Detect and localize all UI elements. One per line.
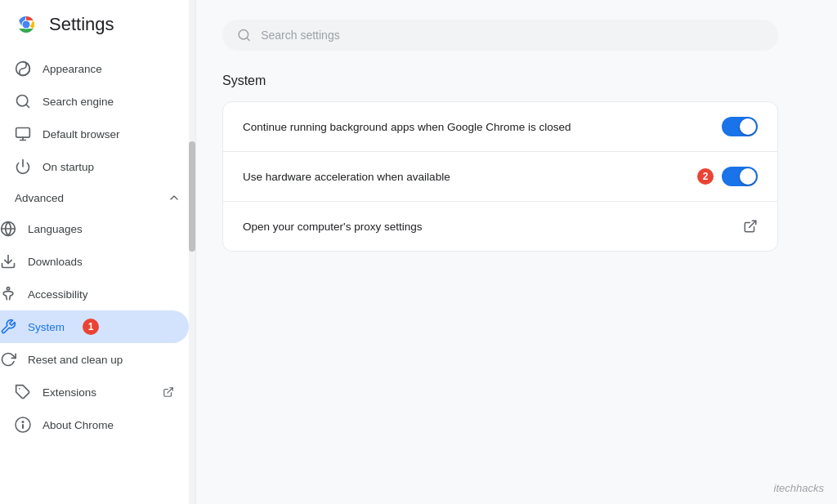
sidebar-item-about-chrome[interactable]: About Chrome bbox=[0, 408, 189, 441]
sidebar-item-reset[interactable]: Reset and clean up bbox=[0, 343, 189, 376]
wrench-icon bbox=[0, 319, 16, 335]
watermark: itechhacks bbox=[774, 482, 824, 494]
proxy-settings-label: Open your computer's proxy settings bbox=[243, 221, 730, 233]
sidebar-item-languages[interactable]: Languages bbox=[0, 212, 189, 245]
sidebar-item-extensions[interactable]: Extensions bbox=[0, 376, 189, 408]
sidebar-scrollbar-thumb[interactable] bbox=[189, 141, 195, 252]
sidebar-item-default-browser[interactable]: Default browser bbox=[0, 118, 189, 150]
search-input[interactable] bbox=[261, 29, 763, 42]
svg-line-5 bbox=[26, 105, 29, 108]
settings-row-proxy-settings[interactable]: Open your computer's proxy settings bbox=[223, 202, 777, 251]
globe-icon bbox=[0, 221, 16, 237]
search-engine-icon bbox=[15, 93, 31, 109]
about-chrome-icon bbox=[15, 417, 31, 433]
sidebar-item-accessibility-label: Accessibility bbox=[28, 288, 88, 301]
sidebar-item-downloads-label: Downloads bbox=[28, 256, 83, 268]
sidebar: Settings Appearance Search engine bbox=[0, 0, 196, 504]
proxy-external-link-icon bbox=[743, 219, 758, 234]
proxy-settings-control[interactable] bbox=[743, 219, 758, 234]
sidebar-item-about-chrome-label: About Chrome bbox=[43, 419, 114, 431]
hardware-acceleration-label: Use hardware acceleration when available bbox=[243, 171, 678, 183]
sidebar-item-downloads[interactable]: Downloads bbox=[0, 245, 189, 278]
chevron-up-icon bbox=[168, 191, 181, 204]
settings-card: Continue running background apps when Go… bbox=[222, 101, 778, 252]
main-content: System Continue running background apps … bbox=[196, 0, 837, 504]
svg-rect-18 bbox=[22, 424, 24, 429]
sidebar-item-accessibility[interactable]: Accessibility bbox=[0, 278, 189, 310]
sidebar-header: Settings bbox=[0, 0, 195, 49]
sidebar-item-languages-label: Languages bbox=[28, 223, 83, 235]
sidebar-navigation: Appearance Search engine Default browser bbox=[0, 49, 195, 504]
chrome-logo-icon bbox=[13, 11, 39, 38]
sidebar-scrollbar-track[interactable] bbox=[189, 0, 195, 504]
refresh-icon bbox=[0, 351, 16, 368]
sidebar-advanced-header[interactable]: Advanced bbox=[0, 183, 195, 212]
sidebar-title: Settings bbox=[49, 14, 114, 35]
system-badge: 1 bbox=[83, 319, 99, 335]
puzzle-icon bbox=[15, 384, 31, 400]
background-apps-toggle[interactable] bbox=[722, 117, 758, 136]
sidebar-item-search-engine-label: Search engine bbox=[43, 96, 114, 108]
sidebar-item-system-label: System bbox=[28, 321, 65, 333]
sidebar-item-search-engine[interactable]: Search engine bbox=[0, 85, 189, 118]
download-icon bbox=[0, 253, 16, 270]
svg-point-13 bbox=[7, 288, 9, 290]
hardware-acceleration-badge: 2 bbox=[697, 168, 714, 185]
sidebar-item-reset-label: Reset and clean up bbox=[28, 354, 123, 366]
monitor-icon bbox=[15, 126, 31, 142]
sidebar-item-default-browser-label: Default browser bbox=[43, 128, 120, 140]
background-apps-control bbox=[722, 117, 758, 136]
hardware-acceleration-control: 2 bbox=[691, 167, 758, 186]
palette-icon bbox=[15, 60, 31, 77]
section-title: System bbox=[222, 74, 811, 88]
external-link-icon bbox=[163, 386, 174, 398]
search-bar-container bbox=[222, 20, 811, 51]
svg-point-17 bbox=[22, 421, 25, 423]
svg-line-21 bbox=[750, 221, 756, 227]
advanced-label: Advanced bbox=[15, 192, 64, 204]
power-icon bbox=[15, 158, 31, 175]
sidebar-item-appearance-label: Appearance bbox=[43, 63, 102, 75]
hardware-acceleration-toggle[interactable] bbox=[722, 167, 758, 186]
svg-line-20 bbox=[247, 38, 249, 40]
svg-point-2 bbox=[23, 21, 30, 29]
sidebar-item-extensions-label: Extensions bbox=[43, 386, 96, 399]
sidebar-item-on-startup[interactable]: On startup bbox=[0, 150, 189, 183]
settings-row-background-apps: Continue running background apps when Go… bbox=[223, 102, 777, 152]
search-bar bbox=[222, 20, 778, 51]
sidebar-item-appearance[interactable]: Appearance bbox=[0, 52, 189, 85]
sidebar-item-system[interactable]: System 1 bbox=[0, 310, 189, 343]
sidebar-item-on-startup-label: On startup bbox=[43, 161, 94, 173]
svg-rect-6 bbox=[16, 128, 30, 138]
svg-line-15 bbox=[168, 388, 172, 393]
accessibility-icon bbox=[0, 286, 16, 302]
background-apps-label: Continue running background apps when Go… bbox=[243, 121, 709, 133]
settings-row-hardware-acceleration: Use hardware acceleration when available… bbox=[223, 152, 777, 202]
search-icon bbox=[237, 28, 251, 42]
